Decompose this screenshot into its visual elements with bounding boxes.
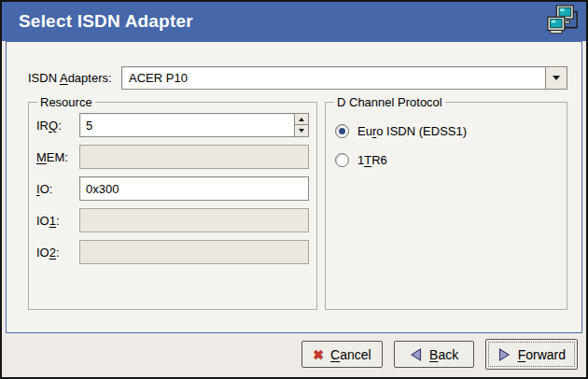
mem-label: MEM: xyxy=(36,150,79,164)
back-button-label: Back xyxy=(429,347,458,362)
io2-input xyxy=(79,240,309,264)
radio-1tr6[interactable]: 1TR6 xyxy=(335,153,557,167)
wizard-button-bar: ✖ Cancel Back Forward xyxy=(2,333,586,377)
io2-label: IO2: xyxy=(36,246,79,260)
mem-row: MEM: xyxy=(36,145,309,169)
d-channel-protocol-title: D Channel Protocol xyxy=(334,95,445,109)
network-computers-icon xyxy=(544,5,580,38)
io1-row: IO1: xyxy=(36,208,309,232)
irq-label: IRQ: xyxy=(36,119,79,133)
irq-spinner xyxy=(79,113,309,137)
io1-input xyxy=(79,208,309,232)
irq-spin-buttons xyxy=(294,113,309,137)
resource-group-title: Resource xyxy=(37,95,95,109)
spin-down-icon[interactable] xyxy=(294,125,309,137)
frames-row: Resource IRQ: MEM: I xyxy=(28,95,567,310)
cancel-button-label: Cancel xyxy=(330,347,371,362)
io-input[interactable] xyxy=(79,176,309,201)
isdn-adapters-row: ISDN Adapters: ACER P10 xyxy=(28,66,567,90)
cancel-button[interactable]: ✖ Cancel xyxy=(301,341,382,368)
radio-euro-isdn[interactable]: Euro ISDN (EDSS1) xyxy=(335,124,557,138)
io2-row: IO2: xyxy=(36,240,309,264)
isdn-adapter-combobox[interactable]: ACER P10 xyxy=(121,66,567,90)
right-arrow-icon xyxy=(497,347,511,362)
select-isdn-adapter-dialog: Select ISDN Adapter ISDN Adapters: ACER … xyxy=(0,0,588,379)
forward-button[interactable]: Forward xyxy=(485,339,578,370)
io-row: IO: xyxy=(36,176,309,201)
combo-dropdown-button[interactable] xyxy=(545,66,567,90)
back-button[interactable]: Back xyxy=(394,341,474,368)
resource-group: Resource IRQ: MEM: I xyxy=(28,95,317,310)
io-label: IO: xyxy=(36,182,79,196)
d-channel-protocol-group: D Channel Protocol Euro ISDN (EDSS1) 1TR… xyxy=(325,95,567,310)
red-x-icon: ✖ xyxy=(313,348,324,361)
wizard-content-area: ISDN Adapters: ACER P10 Resource IRQ: xyxy=(6,41,582,333)
dialog-header: Select ISDN Adapter xyxy=(2,2,586,41)
mem-input xyxy=(79,145,309,169)
radio-1tr6-label: 1TR6 xyxy=(357,153,387,167)
focus-ring: Forward xyxy=(488,342,575,367)
radio-button-icon[interactable] xyxy=(335,153,349,167)
isdn-adapter-selected-value[interactable]: ACER P10 xyxy=(121,66,545,90)
page-title: Select ISDN Adapter xyxy=(19,11,193,32)
radio-button-icon[interactable] xyxy=(335,124,349,138)
forward-button-label: Forward xyxy=(518,347,566,362)
radio-euro-isdn-label: Euro ISDN (EDSS1) xyxy=(357,124,467,138)
chevron-down-icon xyxy=(553,76,560,80)
irq-row: IRQ: xyxy=(36,113,309,137)
isdn-adapters-label: ISDN Adapters: xyxy=(28,71,121,85)
io1-label: IO1: xyxy=(36,214,79,228)
left-arrow-icon xyxy=(409,347,423,362)
spin-up-icon[interactable] xyxy=(294,113,309,125)
irq-input[interactable] xyxy=(79,113,294,137)
